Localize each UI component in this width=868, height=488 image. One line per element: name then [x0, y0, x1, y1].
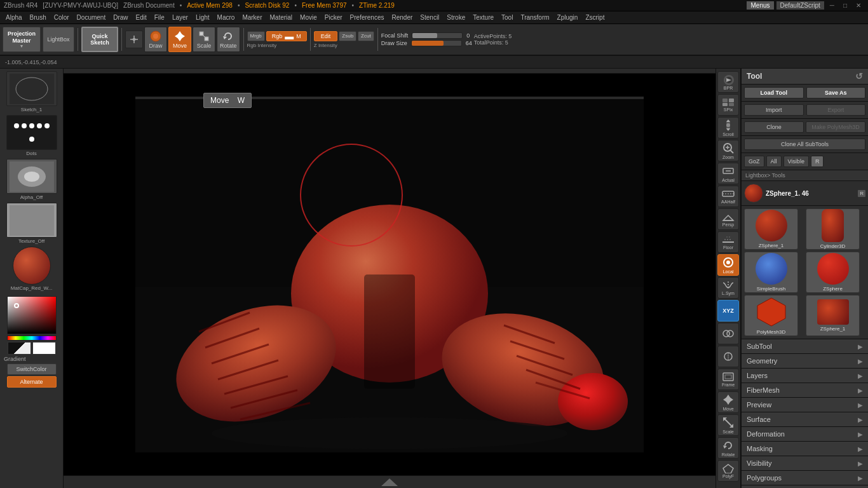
menu-texture[interactable]: Texture	[470, 13, 497, 22]
script-btn[interactable]: DefaultZScript	[776, 1, 824, 10]
matcap-thumb[interactable]	[13, 247, 51, 285]
lsym-btn[interactable]: L.Sym	[717, 277, 739, 299]
alternate-btn[interactable]: Alternate	[7, 376, 57, 388]
zsub-btn[interactable]: Zsub	[339, 31, 356, 41]
masking-header[interactable]: Masking ▶	[742, 442, 868, 456]
draw-size-slider[interactable]	[411, 40, 462, 46]
clone-btn[interactable]: Clone	[744, 121, 804, 133]
projection-master-btn[interactable]: Projection Master ▼	[3, 27, 41, 52]
polyf-btn[interactable]: PolyF	[717, 460, 739, 482]
menu-movie[interactable]: Movie	[297, 13, 320, 22]
polygroups-header[interactable]: Polygroups ▶	[742, 471, 868, 485]
bpr-btn[interactable]: BPR	[717, 71, 739, 93]
menu-marker[interactable]: Marker	[239, 13, 265, 22]
menu-material[interactable]: Material	[267, 13, 296, 22]
quick-sketch-btn[interactable]: Quick Sketch	[81, 27, 118, 52]
export-btn[interactable]: Export	[806, 104, 866, 116]
import-btn[interactable]: Import	[744, 104, 804, 116]
menu-preferences[interactable]: Preferences	[347, 13, 388, 22]
spix-btn[interactable]: SPix	[717, 94, 739, 116]
menu-alpha[interactable]: Alpha	[3, 13, 25, 22]
canvas-content[interactable]	[64, 74, 715, 475]
tool-thumb-cylinder[interactable]: Cylinder3D	[806, 208, 860, 250]
tool-thumb-simplebrush[interactable]: SimpleBrush	[744, 252, 798, 293]
menu-picker[interactable]: Picker	[322, 13, 346, 22]
rotate-icon-btn[interactable]: Rotate	[717, 437, 739, 459]
preview-header[interactable]: Preview ▶	[742, 398, 868, 412]
contact-header[interactable]: Contact ▶	[742, 485, 868, 488]
menu-zscript[interactable]: Zscript	[582, 13, 607, 22]
tool-thumb-zsphere1[interactable]: ZSphere_1	[744, 208, 798, 250]
scale-btn[interactable]: Scale	[193, 27, 215, 52]
color-square[interactable]	[7, 296, 57, 334]
visible-btn[interactable]: Visible	[783, 156, 809, 167]
floor-btn[interactable]: Floor	[717, 231, 739, 253]
actual-btn[interactable]: Actual	[717, 163, 739, 184]
hue-bar[interactable]	[7, 336, 57, 341]
sym1-btn[interactable]	[717, 323, 739, 344]
menu-render[interactable]: Render	[389, 13, 416, 22]
menu-stroke[interactable]: Stroke	[444, 13, 468, 22]
tool-thumb-zsphere[interactable]: ZSphere	[806, 252, 860, 293]
frame-btn[interactable]: Frame	[717, 369, 739, 390]
center-canvas[interactable]	[64, 69, 715, 488]
surface-header[interactable]: Surface ▶	[742, 412, 868, 426]
lightbox-btn[interactable]: LightBox	[43, 27, 74, 52]
visibility-header[interactable]: Visibility ▶	[742, 456, 868, 470]
menu-draw[interactable]: Draw	[110, 13, 131, 22]
scale-icon-btn[interactable]: Scale	[717, 414, 739, 436]
goz-btn[interactable]: GoZ	[744, 156, 764, 167]
color-swatch-white[interactable]	[32, 342, 56, 355]
xyz-btn[interactable]: XYZ	[717, 300, 739, 322]
rgb-btn[interactable]: Rgb ▬ M	[266, 31, 307, 41]
move-icon-btn[interactable]: Move	[717, 391, 739, 413]
window-maximize[interactable]: □	[840, 1, 850, 10]
menu-transform[interactable]: Transform	[517, 13, 552, 22]
menu-light[interactable]: Light	[193, 13, 213, 22]
load-tool-btn[interactable]: Load Tool	[744, 87, 804, 98]
make-polymesh-btn[interactable]: Make PolyMesh3D	[806, 121, 865, 133]
save-as-btn[interactable]: Save As	[806, 87, 866, 98]
rotate-btn[interactable]: Rotate	[217, 27, 240, 52]
window-close[interactable]: ✕	[853, 1, 864, 10]
menu-stencil[interactable]: Stencil	[417, 13, 442, 22]
transform-cross-btn[interactable]	[125, 30, 143, 48]
edit-active-btn[interactable]: Edit	[314, 31, 338, 41]
aahalf-btn[interactable]: AAHalf	[717, 186, 739, 207]
alpha-thumb[interactable]	[6, 159, 57, 194]
tool-refresh-btn[interactable]: ↺	[855, 71, 863, 81]
layers-header[interactable]: Layers ▶	[742, 369, 868, 383]
menu-macro[interactable]: Macro	[214, 13, 238, 22]
local-btn[interactable]: Local	[717, 254, 739, 276]
scroll-btn[interactable]: Scroll	[717, 117, 739, 139]
menu-edit[interactable]: Edit	[133, 13, 150, 22]
zoom-btn[interactable]: Zoom	[717, 140, 739, 161]
lightbox-tools-row[interactable]: Lightbox> Tools	[742, 170, 868, 181]
mrgb-btn[interactable]: Mrgb	[247, 31, 265, 41]
draw-btn[interactable]: Draw	[144, 27, 167, 52]
r-btn[interactable]: R	[811, 156, 824, 167]
menu-zplugin[interactable]: Zplugin	[554, 13, 581, 22]
color-swatch-black[interactable]	[8, 342, 31, 355]
dots-thumb[interactable]	[6, 115, 57, 150]
menus-btn[interactable]: Menus	[747, 1, 773, 10]
menu-file[interactable]: File	[151, 13, 168, 22]
menu-document[interactable]: Document	[74, 13, 109, 22]
subtool-header[interactable]: SubTool ▶	[742, 339, 868, 353]
geometry-header[interactable]: Geometry ▶	[742, 354, 868, 368]
menu-layer[interactable]: Layer	[169, 13, 191, 22]
move-btn[interactable]: Move	[168, 27, 191, 52]
fibermesh-header[interactable]: FiberMesh ▶	[742, 383, 868, 397]
sym2-btn[interactable]	[717, 346, 739, 367]
menu-tool[interactable]: Tool	[498, 13, 516, 22]
tool-thumb-zsphere-last[interactable]: ZSphere_1	[806, 295, 860, 336]
window-minimize[interactable]: ─	[827, 1, 837, 10]
clone-all-subtools-btn[interactable]: Clone All SubTools	[744, 139, 865, 150]
all-btn[interactable]: All	[766, 156, 782, 167]
menu-color[interactable]: Color	[51, 13, 72, 22]
switch-color-btn[interactable]: SwitchColor	[7, 363, 57, 375]
deformation-header[interactable]: Deformation ▶	[742, 427, 868, 441]
menu-brush[interactable]: Brush	[27, 13, 50, 22]
sketch-thumb[interactable]	[6, 71, 57, 106]
zcut-btn[interactable]: Zcut	[358, 31, 374, 41]
